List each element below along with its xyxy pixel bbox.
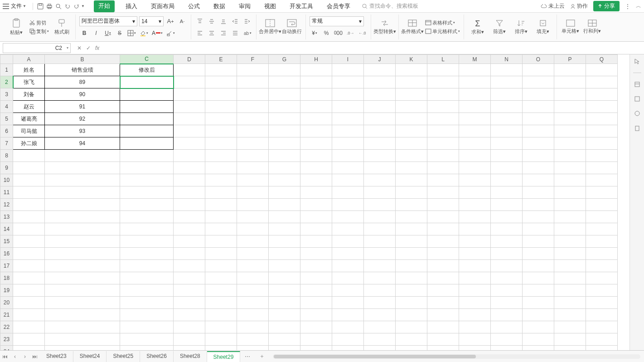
underline-button[interactable]: U▾ <box>103 28 113 38</box>
cell-E16[interactable] <box>205 248 237 260</box>
cell-I9[interactable] <box>332 162 364 174</box>
formula-input[interactable] <box>103 43 644 53</box>
cell-Q22[interactable] <box>586 321 618 333</box>
cell-A11[interactable] <box>13 186 45 199</box>
cell-J13[interactable] <box>364 211 396 223</box>
filter-button[interactable]: 筛选▾ <box>489 15 509 39</box>
sheet-tab-Sheet29[interactable]: Sheet29 <box>207 351 241 362</box>
cell-F5[interactable] <box>237 113 269 125</box>
row-header-6[interactable]: 6 <box>0 125 13 137</box>
collapse-ribbon-icon[interactable]: ︿ <box>636 2 641 10</box>
cell-C10[interactable] <box>120 174 174 186</box>
cell-B12[interactable] <box>45 199 120 211</box>
cell-G10[interactable] <box>269 174 300 186</box>
cell-J23[interactable] <box>364 333 396 346</box>
fx-icon[interactable]: fx <box>95 45 99 51</box>
cell-F15[interactable] <box>237 235 269 248</box>
font-color-button[interactable]: A▾ <box>151 28 164 38</box>
cell-M6[interactable] <box>459 125 491 137</box>
cell-P14[interactable] <box>554 223 586 235</box>
cell-C8[interactable] <box>120 150 174 162</box>
property-panel-icon[interactable] <box>634 96 640 102</box>
cell-C13[interactable] <box>120 211 174 223</box>
cell-A6[interactable]: 司马懿 <box>13 125 45 137</box>
cell-B8[interactable] <box>45 150 120 162</box>
tab-pagelayout[interactable]: 页面布局 <box>148 0 177 12</box>
cell-L11[interactable] <box>427 186 459 199</box>
cell-B16[interactable] <box>45 248 120 260</box>
cell-M7[interactable] <box>459 137 491 150</box>
cell-M13[interactable] <box>459 211 491 223</box>
cell-J21[interactable] <box>364 309 396 321</box>
cell-J5[interactable] <box>364 113 396 125</box>
cell-D16[interactable] <box>174 248 205 260</box>
cell-D12[interactable] <box>174 199 205 211</box>
cell-O7[interactable] <box>523 137 554 150</box>
cell-L6[interactable] <box>427 125 459 137</box>
row-header-11[interactable]: 11 <box>0 186 13 199</box>
cell-I19[interactable] <box>332 284 364 297</box>
cell-I22[interactable] <box>332 321 364 333</box>
cell-C4[interactable] <box>120 101 174 113</box>
command-search[interactable]: 查找命令、搜索模板 <box>362 2 418 10</box>
more-sheets-icon[interactable]: ⋯ <box>240 353 255 360</box>
cell-A18[interactable] <box>13 272 45 284</box>
row-header-17[interactable]: 17 <box>0 260 13 272</box>
cell-F22[interactable] <box>237 321 269 333</box>
cell-O21[interactable] <box>523 309 554 321</box>
cell-P7[interactable] <box>554 137 586 150</box>
row-header-16[interactable]: 16 <box>0 248 13 260</box>
cell-E11[interactable] <box>205 186 237 199</box>
cell-F18[interactable] <box>237 272 269 284</box>
cell-O18[interactable] <box>523 272 554 284</box>
sort-button[interactable]: 排序▾ <box>511 15 531 39</box>
row-header-22[interactable]: 22 <box>0 321 13 333</box>
cell-N22[interactable] <box>491 321 523 333</box>
row-header-5[interactable]: 5 <box>0 113 13 125</box>
cell-I6[interactable] <box>332 125 364 137</box>
align-left-icon[interactable] <box>195 28 205 38</box>
cell-G21[interactable] <box>269 309 300 321</box>
file-dropdown-icon[interactable]: ▼ <box>23 4 26 8</box>
cell-K17[interactable] <box>396 260 427 272</box>
cell-Q11[interactable] <box>586 186 618 199</box>
cell-H9[interactable] <box>300 162 332 174</box>
col-header-I[interactable]: I <box>332 55 364 64</box>
cell-D8[interactable] <box>174 150 205 162</box>
row-header-13[interactable]: 13 <box>0 211 13 223</box>
cell-O16[interactable] <box>523 248 554 260</box>
cell-C17[interactable] <box>120 260 174 272</box>
cell-L1[interactable] <box>427 64 459 76</box>
cell-I7[interactable] <box>332 137 364 150</box>
cell-Q17[interactable] <box>586 260 618 272</box>
align-middle-icon[interactable] <box>207 16 217 26</box>
print-icon[interactable] <box>45 2 54 11</box>
cell-L13[interactable] <box>427 211 459 223</box>
cell-G14[interactable] <box>269 223 300 235</box>
cell-C9[interactable] <box>120 162 174 174</box>
cell-M8[interactable] <box>459 150 491 162</box>
cell-B7[interactable]: 94 <box>45 137 120 150</box>
col-header-N[interactable]: N <box>491 55 523 64</box>
cell-L15[interactable] <box>427 235 459 248</box>
cell-M15[interactable] <box>459 235 491 248</box>
cell-D1[interactable] <box>174 64 205 76</box>
row-header-12[interactable]: 12 <box>0 199 13 211</box>
row-header-9[interactable]: 9 <box>0 162 13 174</box>
cell-E4[interactable] <box>205 101 237 113</box>
cell-E18[interactable] <box>205 272 237 284</box>
cell-C18[interactable] <box>120 272 174 284</box>
col-header-A[interactable]: A <box>13 55 45 64</box>
cell-P9[interactable] <box>554 162 586 174</box>
cell-G16[interactable] <box>269 248 300 260</box>
cell-I1[interactable] <box>332 64 364 76</box>
cell-I8[interactable] <box>332 150 364 162</box>
cell-O14[interactable] <box>523 223 554 235</box>
cell-C22[interactable] <box>120 321 174 333</box>
cell-N23[interactable] <box>491 333 523 346</box>
cell-B15[interactable] <box>45 235 120 248</box>
cell-K21[interactable] <box>396 309 427 321</box>
cell-P18[interactable] <box>554 272 586 284</box>
cell-G2[interactable] <box>269 76 300 88</box>
save-icon[interactable] <box>36 2 45 11</box>
